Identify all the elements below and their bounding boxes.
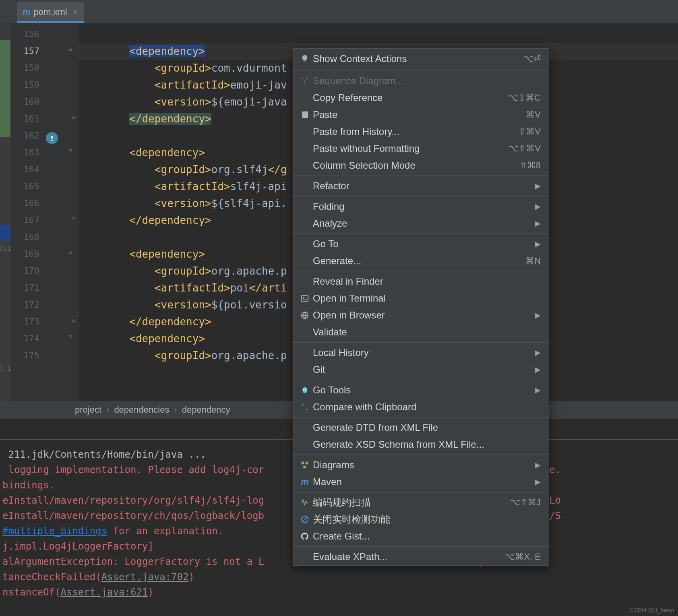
- menu-item[interactable]: Compare with Clipboard: [294, 399, 549, 415]
- menu-item[interactable]: Folding▶: [294, 198, 549, 215]
- line-number[interactable]: 168: [10, 229, 43, 246]
- fold-handle[interactable]: ⊟: [68, 147, 76, 155]
- scan-icon: [297, 498, 313, 507]
- submenu-arrow-icon: ▶: [535, 365, 541, 374]
- menu-item[interactable]: Evaluate XPath...⌥⌘X, E: [294, 548, 549, 565]
- menu-item[interactable]: Column Selection Mode⇧⌘8: [294, 157, 549, 174]
- line-number[interactable]: 174: [10, 330, 43, 347]
- menu-item[interactable]: Diagrams▶: [294, 457, 549, 473]
- menu-item[interactable]: Open in Terminal: [294, 290, 549, 307]
- svg-point-4: [303, 389, 304, 390]
- svg-rect-3: [303, 387, 307, 393]
- git-gutter-icon[interactable]: [46, 132, 58, 144]
- console-link[interactable]: #multiple_bindings: [2, 525, 107, 537]
- menu-item[interactable]: Generate DTD from XML File: [294, 419, 549, 436]
- submenu-arrow-icon: ▶: [535, 386, 541, 395]
- menu-separator: [294, 196, 549, 196]
- line-number[interactable]: 159: [10, 76, 43, 93]
- menu-item[interactable]: Create Gist...: [294, 528, 549, 545]
- menu-item-label: Paste: [313, 109, 526, 120]
- menu-item[interactable]: Open in Browser▶: [294, 307, 549, 324]
- console-text: nstanceOf(: [2, 587, 61, 598]
- compare-icon: [297, 403, 313, 411]
- line-number[interactable]: 162: [10, 127, 43, 144]
- stack-link[interactable]: Assert.java:621: [61, 587, 148, 598]
- line-number-gutter[interactable]: 1561571581591601611621631641651661671681…: [10, 23, 43, 401]
- menu-separator: [294, 492, 549, 492]
- fold-handle[interactable]: ⊟: [68, 333, 76, 341]
- menu-item[interactable]: Go Tools▶: [294, 382, 549, 399]
- menu-item[interactable]: Local History▶: [294, 344, 549, 361]
- breadcrumb-sep: ›: [174, 405, 177, 415]
- paste-icon: [297, 110, 313, 119]
- submenu-arrow-icon: ▶: [535, 311, 541, 320]
- line-number[interactable]: 167: [10, 212, 43, 229]
- console-text: ): [148, 587, 153, 598]
- menu-item[interactable]: Git▶: [294, 361, 549, 378]
- menu-item[interactable]: Refactor▶: [294, 178, 549, 194]
- line-number[interactable]: 175: [10, 347, 43, 364]
- menu-item[interactable]: mMaven▶: [294, 473, 549, 490]
- submenu-arrow-icon: ▶: [535, 240, 541, 248]
- line-number[interactable]: 173: [10, 313, 43, 330]
- menu-item-label: Paste from History...: [313, 126, 519, 137]
- line-number[interactable]: 169: [10, 246, 43, 263]
- menu-item-label: Generate DTD from XML File: [313, 422, 541, 433]
- ruler-num2: 0.1: [0, 364, 12, 372]
- menu-item-label: Folding: [313, 201, 535, 212]
- line-number[interactable]: 170: [10, 263, 43, 279]
- menu-item[interactable]: Analyze▶: [294, 215, 549, 232]
- console-text: tanceCheckFailed(: [2, 571, 101, 583]
- menu-item-label: Open in Terminal: [313, 293, 541, 304]
- menu-item[interactable]: Copy Reference⌥⇧⌘C: [294, 89, 549, 106]
- fold-handle[interactable]: ⊟: [68, 46, 76, 53]
- line-number[interactable]: 164: [10, 161, 43, 178]
- menu-item[interactable]: 编码规约扫描⌥⇧⌘J: [294, 494, 549, 511]
- menu-item[interactable]: Generate...⌘N: [294, 252, 549, 269]
- watermark: CSDN @J_bean: [629, 607, 674, 614]
- code-line[interactable]: [79, 26, 678, 43]
- line-number[interactable]: 163: [10, 144, 43, 161]
- fold-handle[interactable]: ⊟: [68, 215, 76, 222]
- menu-separator: [294, 176, 549, 176]
- menu-shortcut: ⌥⇧⌘J: [510, 497, 541, 508]
- menu-item[interactable]: Show Context Actions⌥⏎: [294, 49, 549, 69]
- menu-item-label: 编码规约扫描: [313, 496, 510, 509]
- fold-handle[interactable]: ⊟: [68, 316, 76, 324]
- stack-link[interactable]: Assert.java:702: [101, 571, 189, 583]
- menu-item[interactable]: Go To▶: [294, 236, 549, 252]
- line-number[interactable]: 171: [10, 279, 43, 296]
- line-number[interactable]: 158: [10, 60, 43, 76]
- maven-file-icon: m: [23, 7, 31, 17]
- console-text: ): [188, 571, 194, 583]
- close-tab-icon[interactable]: ×: [73, 7, 78, 17]
- tab-pom-xml[interactable]: m pom.xml ×: [17, 2, 84, 23]
- line-number[interactable]: 156: [10, 26, 43, 43]
- line-number[interactable]: 161: [10, 110, 43, 127]
- line-number[interactable]: 172: [10, 296, 43, 313]
- menu-item-label: Create Gist...: [313, 531, 541, 542]
- menu-item[interactable]: Reveal in Finder: [294, 273, 549, 290]
- line-number[interactable]: 160: [10, 93, 43, 110]
- breadcrumb-item[interactable]: dependency: [182, 405, 230, 415]
- breadcrumb-item[interactable]: dependencies: [114, 405, 169, 415]
- line-number[interactable]: 166: [10, 195, 43, 212]
- breadcrumb-item[interactable]: project: [75, 405, 101, 415]
- menu-separator: [294, 70, 549, 71]
- menu-shortcut: ⇧⌘8: [520, 160, 541, 171]
- line-number[interactable]: 157: [10, 43, 43, 60]
- svg-point-0: [51, 136, 53, 138]
- menu-item[interactable]: Paste from History...⇧⌘V: [294, 123, 549, 140]
- menu-item[interactable]: Validate: [294, 324, 549, 341]
- vcs-marker: [0, 40, 10, 137]
- tab-bar: m pom.xml ×: [0, 0, 678, 23]
- menu-item[interactable]: Generate XSD Schema from XML File...: [294, 436, 549, 453]
- fold-handle[interactable]: ⊟: [68, 249, 76, 256]
- menu-item[interactable]: Paste without Formatting⌥⇧⌘V: [294, 140, 549, 157]
- menu-item[interactable]: 关闭实时检测功能: [294, 511, 549, 528]
- fold-handle[interactable]: ⊟: [68, 114, 76, 121]
- line-number[interactable]: 165: [10, 178, 43, 195]
- menu-item-label: Validate: [313, 327, 541, 338]
- menu-item[interactable]: Paste⌘V: [294, 106, 549, 123]
- menu-item-label: Show Context Actions: [313, 53, 523, 64]
